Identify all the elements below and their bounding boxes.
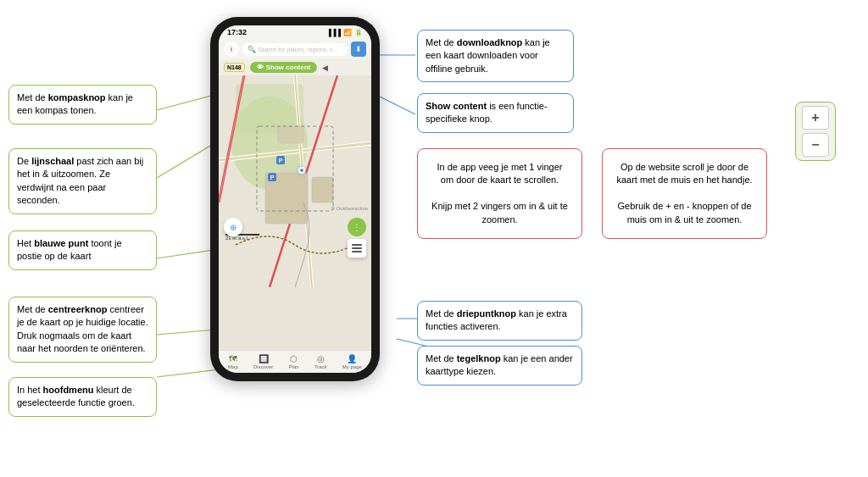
callout-hoofdmenu: In het hoofdmenu kleurt de geselecteerde… — [8, 377, 157, 417]
signal-bars-icon: ▐▐▐ — [326, 29, 341, 36]
layers-icon — [351, 242, 363, 254]
callout-website-scroll-text: Op de website scroll je door de kaart me… — [616, 162, 752, 225]
show-content-label: Show content — [266, 64, 310, 71]
search-input-phone[interactable]: 🔍 Search for places, regions, c... — [242, 43, 348, 56]
nav-item-track[interactable]: ◎ Track — [314, 354, 327, 369]
nav-track-label: Track — [314, 364, 327, 369]
nav-plan-label: Plan — [289, 364, 299, 369]
parking-icon-2: P — [268, 173, 276, 181]
nav-discover-label: Discover — [253, 364, 273, 369]
back-arrow-icon: ◀ — [322, 64, 328, 72]
svg-point-9 — [228, 46, 236, 53]
phone-bottom-nav: 🗺 Map 🔲 Discover ⬡ Plan ◎ Track 👤 M — [219, 350, 371, 373]
parking-icon-1: P — [276, 156, 285, 164]
blue-dot — [298, 167, 305, 174]
layers-button[interactable] — [348, 239, 366, 258]
nav-map-label: Map — [228, 364, 238, 369]
svg-line-6 — [380, 97, 415, 114]
show-content-button[interactable]: 👁 Show content — [250, 62, 317, 73]
callout-hoofdmenu-text: In het hoofdmenu kleurt de geselecteerde… — [17, 385, 135, 408]
nav-mypage-label: My page — [342, 364, 362, 369]
zoom-controls-widget: + − — [795, 102, 836, 161]
nav-item-map[interactable]: 🗺 Map — [228, 354, 238, 369]
svg-rect-28 — [352, 251, 362, 252]
callout-centreerknop-text: Met de centreerknop centreer je de kaart… — [17, 304, 148, 353]
search-placeholder-text: Search for places, regions, c... — [258, 47, 338, 53]
callout-lijnschaal: De lijnschaal past zich aan bij het in &… — [8, 148, 157, 214]
callout-kompas: Met de kompasknop kan je een kompas tone… — [8, 85, 157, 125]
road-label: N148 — [224, 63, 245, 72]
zoom-out-button[interactable]: − — [802, 133, 829, 157]
center-button[interactable]: ⊕ — [224, 218, 242, 236]
callout-website-scroll: Op de website scroll je door de kaart me… — [602, 148, 767, 239]
callout-tegelknop: Met de tegelknop kan je een ander kaartt… — [417, 346, 582, 385]
callout-driepuntknop: Met de driepuntknop kan je extra functie… — [417, 301, 582, 341]
three-dot-button[interactable]: ⋮ — [348, 218, 366, 236]
map-nav-icon: 🗺 — [229, 354, 237, 363]
phone-status-bar: 17:32 ▐▐▐ 📶 🔋 — [219, 25, 371, 39]
show-content-bar: N148 👁 Show content ◀ — [219, 59, 371, 75]
callout-downloadknop: Met de downloadknop kan je een kaart dow… — [417, 30, 574, 82]
eye-icon: 👁 — [257, 64, 264, 71]
callout-tegelknop-text: Met de tegelknop kan je een ander kaartt… — [426, 353, 573, 376]
phone-mockup: 17:32 ▐▐▐ 📶 🔋 🔍 Search for places, regio… — [210, 17, 380, 381]
callout-app-scroll-text: In de app veeg je met 1 vinger om door d… — [431, 162, 568, 225]
battery-icon: 🔋 — [354, 29, 363, 36]
callout-app-scroll: In de app veeg je met 1 vinger om door d… — [417, 148, 582, 239]
callout-driepuntknop-text: Met de driepuntknop kan je extra functie… — [426, 308, 567, 331]
callout-show-content-text: Show content is een functie-specifieke k… — [426, 101, 548, 124]
svg-rect-26 — [352, 244, 362, 246]
phone-time: 17:32 — [227, 28, 247, 36]
callout-blauw-punt: Het blauwe punt toont je postie op de ka… — [8, 230, 157, 270]
callout-show-content: Show content is een functie-specifieke k… — [417, 93, 574, 133]
nav-item-mypage[interactable]: 👤 My page — [342, 354, 362, 369]
callout-downloadknop-text: Met de downloadknop kan je een kaart dow… — [426, 37, 550, 74]
svg-rect-27 — [352, 247, 362, 249]
page-wrapper: Met de kompasknop kan je een kompas tone… — [0, 0, 868, 477]
download-button[interactable]: ⬇ — [351, 42, 366, 57]
map-area[interactable]: 100 m 21 m a.s.l. P P ⊕ ⋮ — [219, 75, 371, 287]
mypage-nav-icon: 👤 — [347, 354, 357, 363]
phone-signal-icons: ▐▐▐ 📶 🔋 — [326, 29, 363, 36]
svg-rect-23 — [278, 126, 303, 143]
svg-rect-24 — [312, 177, 333, 202]
download-icon: ⬇ — [355, 45, 362, 53]
callout-blauw-punt-text: Het blauwe punt toont je postie op de ka… — [17, 238, 122, 261]
search-icon-small: 🔍 — [248, 46, 256, 53]
track-nav-icon: ◎ — [317, 354, 325, 363]
scale-elevation: 21 m a.s.l. — [225, 236, 259, 241]
wifi-icon: 📶 — [343, 29, 352, 36]
callout-kompas-text: Met de kompasknop kan je een kompas tone… — [17, 92, 133, 115]
outdooractive-watermark: © Outdooractive — [331, 206, 368, 211]
callout-lijnschaal-text: De lijnschaal past zich aan bij het in &… — [17, 156, 143, 205]
nav-item-plan[interactable]: ⬡ Plan — [289, 354, 299, 369]
phone-screen: 17:32 ▐▐▐ 📶 🔋 🔍 Search for places, regio… — [219, 25, 371, 373]
discover-nav-icon: 🔲 — [259, 354, 269, 363]
callout-centreerknop: Met de centreerknop centreer je de kaart… — [8, 297, 157, 363]
zoom-in-button[interactable]: + — [802, 106, 829, 130]
phone-search-bar: 🔍 Search for places, regions, c... ⬇ — [219, 39, 371, 59]
nav-item-discover[interactable]: 🔲 Discover — [253, 354, 273, 369]
plan-nav-icon: ⬡ — [290, 354, 298, 363]
compass-button[interactable] — [224, 42, 239, 57]
